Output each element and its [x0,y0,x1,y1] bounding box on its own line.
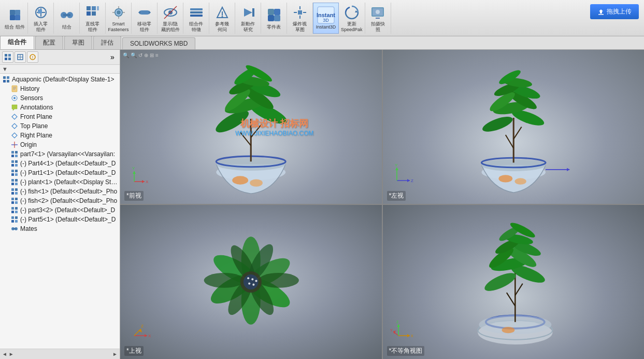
svg-rect-0 [10,10,15,15]
tree-icon-plant [10,178,19,186]
tree-item-part4[interactable]: (-) Part4<1> (Default<<Default>_D [8,159,120,168]
svg-text:Y: Y [395,163,398,168]
svg-rect-83 [15,173,18,176]
tree-item-history[interactable]: History [8,84,120,93]
explode-label: 爆炸视草图 [293,21,307,33]
toolbar-group-show[interactable]: 显示/隐藏的组件 [158,3,183,34]
filter-icon: ▼ [2,66,8,72]
viewport-isometric[interactable]: X Y Z *不等角视图 [383,205,645,359]
tab-mbd[interactable]: SOLIDWORKS MBD [122,37,195,49]
toolbar-group-smart[interactable]: SmartFasteners [106,3,132,34]
tab-assemble[interactable]: 组合件 [0,35,34,49]
tree-item-plant[interactable]: (-) plant<1> (Default<<Display State [8,177,120,187]
show-icon [161,4,180,21]
toolbar-group-instant3d[interactable]: Instant3D Instant3D [313,3,339,34]
tree-item-part1[interactable]: (-) Part1<1> (Default<<Default>_D [8,168,120,177]
tab-sketch[interactable]: 草图 [64,36,92,49]
tree-item-mates[interactable]: Mates [8,224,120,233]
toolbar-group-insert[interactable]: 插入零组件 [28,3,54,34]
tree-icon-front-plane [10,113,19,121]
viewport-front[interactable]: 🔍 🔍 ↺ ⊕ ⊞ ≡ [120,50,382,204]
panel-btn-2[interactable] [15,51,26,63]
tree-item-part7[interactable]: part7<1> (Varsayilan<<Varsayilan: [8,149,120,159]
svg-point-28 [221,16,223,17]
svg-rect-93 [15,198,18,200]
tab-config[interactable]: 配置 [35,36,63,49]
ref-icon [213,4,232,21]
panel-btn-1[interactable] [2,51,13,63]
tab-bar: 组合件 配置 草图 評估 SOLIDWORKS MBD [0,36,644,50]
tree-label-part3: (-) part3<2> (Default<<Default>_D [20,206,115,214]
tree-icon-root [2,75,10,84]
panel-expand-btn[interactable]: » [107,52,118,62]
svg-rect-106 [12,228,17,230]
svg-rect-95 [15,201,18,204]
expand-arrow[interactable]: ► [112,351,118,357]
svg-text:X: X [411,334,413,338]
tree-item-part5[interactable]: (-) Part5<1> (Default<<Default>_D [8,215,120,224]
svg-text:X: X [146,180,149,184]
svg-rect-100 [11,216,14,219]
tree-item-fish2[interactable]: (-) fish<2> (Default<<Default>_Pho [8,196,120,205]
tree-item-root[interactable]: Aquaponic (Default<Display State-1> [0,75,120,84]
tree-item-top-plane[interactable]: Top Plane [8,121,120,131]
toolbar-group-component[interactable]: 零件表 [261,3,287,34]
viewport-left[interactable]: Z Y *左视 [383,50,645,204]
plant-svg-front [120,50,382,204]
svg-point-148 [498,175,512,182]
tree-icon-right-plane [10,131,19,140]
tree-item-annotations[interactable]: Annotations [8,103,120,112]
toolbar-group-speedpak[interactable]: 拍摄快照 [365,3,391,34]
update-label: 更新SpeedPak [341,21,363,33]
panel-btn-3[interactable]: ! [27,51,38,63]
svg-line-111 [240,132,251,146]
svg-point-170 [244,274,259,289]
svg-point-71 [14,144,16,146]
toolbar-group-new-motion[interactable]: 新動作研究 [235,3,261,34]
toolbar-group-linear[interactable]: 直线零组件 [80,3,106,34]
toolbar-group-ref[interactable]: 参考幾何问 [209,3,235,34]
svg-rect-78 [11,164,14,167]
toolbar-group-mate[interactable]: 结合 [54,3,80,34]
tree-label-annotations: Annotations [20,104,53,111]
toolbar-group-assemble[interactable]: 组合 组件 [2,3,28,34]
svg-rect-90 [11,192,14,195]
component-icon [265,6,283,24]
svg-text:X: X [148,334,151,338]
viewport-label-left: *左视 [387,191,406,201]
svg-marker-135 [567,168,569,171]
svg-point-172 [248,283,250,285]
svg-point-200 [502,327,514,333]
svg-rect-84 [11,179,14,182]
svg-marker-151 [407,179,410,182]
svg-rect-103 [15,220,18,223]
viewport-top[interactable]: X Z *上视 [120,205,382,359]
upload-button[interactable]: 拖拽上传 [590,4,639,19]
toolbar-group-parts[interactable]: 组合件特徵 [183,3,209,34]
tab-evaluate[interactable]: 評估 [93,36,121,49]
svg-point-175 [255,280,257,282]
svg-rect-47 [5,54,7,57]
svg-point-174 [247,277,249,279]
tree-item-right-plane[interactable]: Right Plane [8,131,120,140]
svg-rect-13 [92,11,96,16]
toolbar-group-move[interactable]: 移动零组件 [132,3,158,34]
svg-rect-30 [268,9,274,15]
tree-item-part3[interactable]: (-) part3<2> (Default<<Default>_D [8,205,120,215]
toolbar-group-explode[interactable]: 爆炸视草图 [287,3,313,34]
svg-text:3D: 3D [323,18,329,23]
svg-rect-77 [15,160,18,163]
tree-item-origin[interactable]: Origin [8,140,120,149]
svg-rect-49 [5,58,7,60]
tree-item-sensors[interactable]: Sensors [8,93,120,103]
svg-text:Y: Y [390,328,393,332]
tree-item-front-plane[interactable]: Front Plane [8,112,120,121]
toolbar-group-update[interactable]: 更新SpeedPak [339,3,365,34]
tree-item-fish1[interactable]: (-) fish<1> (Default<<Default>_Pho [8,187,120,196]
viewport-label-front: *前视 [124,191,144,201]
tree-icon-part7 [10,150,19,158]
svg-marker-126 [142,180,145,183]
new-motion-icon [239,4,257,21]
svg-point-44 [376,10,380,14]
svg-rect-96 [11,207,14,210]
